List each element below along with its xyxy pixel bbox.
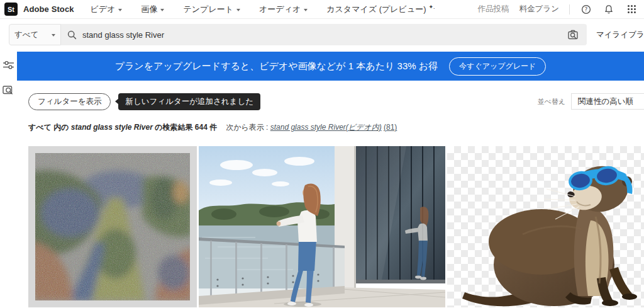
search-row: すべて stand glass style River マイライブラリ xyxy=(0,19,644,50)
search-query-text: stand glass style River xyxy=(82,30,164,40)
search-input[interactable]: stand glass style River xyxy=(61,24,587,45)
sort-order-select[interactable]: 関連性の高い順 xyxy=(571,93,644,110)
adobe-stock-page: St Adobe Stock ビデオ 画像 テンプレート オーディオ カスタマイ… xyxy=(0,0,644,308)
nav-customize-preview[interactable]: カスタマイズ (プレビュー) ✦. xyxy=(326,4,435,15)
filters-sliders-icon[interactable] xyxy=(2,58,16,72)
result-thumbnail-woman-railing[interactable] xyxy=(199,146,445,307)
search-category-select[interactable]: すべて xyxy=(9,24,61,45)
nav-templates[interactable]: テンプレート xyxy=(183,4,240,15)
nav-video[interactable]: ビデオ xyxy=(91,4,123,15)
svg-text:?: ? xyxy=(585,6,588,13)
nav-images[interactable]: 画像 xyxy=(141,4,164,15)
search-icon xyxy=(67,30,77,40)
nav-audio[interactable]: オーディオ xyxy=(259,4,308,15)
pricing-link[interactable]: 料金プラン xyxy=(519,4,559,14)
brand-title[interactable]: Adobe Stock xyxy=(23,4,74,14)
sort-area: 並べ替え 関連性の高い順 xyxy=(537,93,644,110)
upgrade-promo-banner: プランをアップグレードすると、ビデオや画像などが 1 本あたり 33% お得 今… xyxy=(17,52,644,81)
show-filters-button[interactable]: フィルターを表示 xyxy=(28,93,111,110)
notifications-bell-icon[interactable] xyxy=(602,3,615,16)
apps-grid-icon[interactable] xyxy=(625,3,638,16)
primary-nav: ビデオ 画像 テンプレート オーディオ カスタマイズ (プレビュー) ✦. xyxy=(91,4,436,15)
left-tool-rail xyxy=(0,50,17,307)
search-results-gallery xyxy=(17,146,644,307)
top-navigation-bar: St Adobe Stock ビデオ 画像 テンプレート オーディオ カスタマイ… xyxy=(0,0,644,19)
video-results-count: (81) xyxy=(384,123,397,132)
banner-message: プランをアップグレードすると、ビデオや画像などが 1 本あたり 33% お得 xyxy=(115,60,438,72)
body-row: プランをアップグレードすると、ビデオや画像などが 1 本あたり 33% お得 今… xyxy=(0,50,644,307)
result-thumbnail-otter-sunglasses[interactable] xyxy=(447,146,644,307)
new-filters-tooltip: 新しいフィルターが追加されました xyxy=(118,93,260,110)
help-icon[interactable]: ? xyxy=(580,3,592,16)
result-thumbnail-noisy-landscape[interactable] xyxy=(28,146,197,307)
chevron-down-icon xyxy=(236,9,240,11)
divider xyxy=(569,4,570,14)
chevron-down-icon xyxy=(52,34,55,37)
video-results-link[interactable]: stand glass style River(ビデオ内) xyxy=(270,123,382,132)
upgrade-now-button[interactable]: 今すぐアップグレード xyxy=(449,57,546,76)
stock-logo[interactable]: St xyxy=(4,3,18,16)
topnav-right: 作品投稿 料金プラン ? xyxy=(478,3,638,16)
main-content: プランをアップグレードすると、ビデオや画像などが 1 本あたり 33% お得 今… xyxy=(17,50,644,307)
results-summary-line: すべて 内の stand glass style River の検索結果 644… xyxy=(17,122,644,133)
sparkle-icon: ✦. xyxy=(429,4,435,10)
chevron-down-icon xyxy=(304,9,308,11)
see-also-text: 次から表示 : stand glass style River(ビデオ内) (8… xyxy=(226,122,397,133)
my-library-link[interactable]: マイライブラリ xyxy=(596,30,644,40)
image-search-icon[interactable] xyxy=(2,83,16,97)
chevron-down-icon xyxy=(118,9,122,11)
filter-sort-row: フィルターを表示 新しいフィルターが追加されました 並べ替え 関連性の高い順 xyxy=(17,93,644,110)
results-count-text: すべて 内の stand glass style River の検索結果 644… xyxy=(28,122,217,133)
chevron-down-icon xyxy=(160,9,164,11)
sort-label: 並べ替え xyxy=(537,97,565,106)
visual-search-camera-icon[interactable] xyxy=(564,27,583,42)
submit-content-link[interactable]: 作品投稿 xyxy=(478,4,509,14)
